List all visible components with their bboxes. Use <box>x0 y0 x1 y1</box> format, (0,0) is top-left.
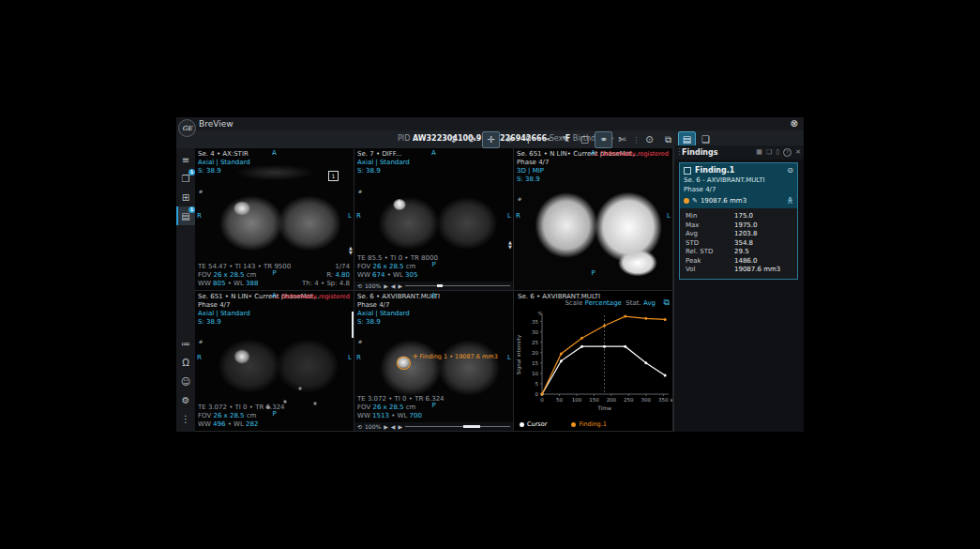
stack-scroll-arrows[interactable]: ▲▼ <box>507 240 513 250</box>
svg-text:250: 250 <box>624 397 634 403</box>
step-forward-icon[interactable]: ▶ <box>398 423 402 430</box>
phase-slider[interactable] <box>405 285 510 286</box>
scale-dropdown[interactable]: Percentage <box>585 299 622 307</box>
sidebar-item-more[interactable]: ⋮ <box>176 409 195 428</box>
phase-playback-bar[interactable]: ⟲100% ▶ ◀ ▶ <box>354 422 513 431</box>
reset-zoom-icon[interactable]: ⟲ <box>357 282 362 289</box>
zoom-level: 100% <box>365 282 381 289</box>
account-icon: ☺ <box>181 376 190 387</box>
finding-checkbox[interactable] <box>684 167 691 175</box>
findings-title: Findings <box>682 148 718 157</box>
legend-item: Cursor <box>520 420 547 428</box>
pan-tool-icon[interactable]: ✛ <box>482 131 500 148</box>
findings-panel: ⋮ Findings ▦❏▯?✕ Finding.1 ⊙ Se. 6 - AXV… <box>673 145 804 432</box>
stat-dropdown[interactable]: Avg <box>643 299 656 307</box>
svg-text:5: 5 <box>535 381 539 387</box>
sidebar-item-account[interactable]: ☺ <box>176 372 195 390</box>
svg-text:150: 150 <box>589 397 599 403</box>
step-forward-icon[interactable]: ▶ <box>398 282 402 289</box>
viewport-6-graph[interactable]: Se. 6 • AXVIBRANT.MULTI Scale Percentage… <box>514 291 673 432</box>
svg-text:Signal intensity: Signal intensity <box>516 334 522 374</box>
stat-label: Stat. <box>626 299 641 307</box>
stack-scroll-arrows[interactable]: ▲▼ <box>348 246 354 255</box>
sidebar-item-worklist[interactable]: ≔ <box>176 334 195 353</box>
delete-icon[interactable]: ▯ <box>776 148 779 157</box>
link-tool-icon[interactable]: ⚭ <box>595 131 612 148</box>
scale-label: Scale <box>565 299 582 307</box>
graph-export-icon[interactable]: ⧉ <box>664 297 670 308</box>
findings-header: ⋮ Findings ▦❏▯?✕ <box>674 145 804 160</box>
measure-tool-icon[interactable]: ✂ <box>538 131 556 148</box>
step-back-icon[interactable]: ◀ <box>391 282 396 289</box>
orientation-r: R <box>356 354 361 362</box>
svg-text:200: 200 <box>607 397 617 403</box>
series-grid-icon: ⊞ <box>182 192 189 203</box>
sidebar-item-notifications[interactable]: Ω <box>176 353 195 372</box>
sidebar-item-settings[interactable]: ⚙ <box>176 390 195 409</box>
orientation-a: A <box>514 149 672 158</box>
orientation-r: R <box>197 212 202 221</box>
sidebar-item-layout-list[interactable]: ≡ <box>176 150 195 169</box>
scrollbar[interactable] <box>352 312 354 338</box>
svg-text:25: 25 <box>532 340 538 345</box>
viewport-grid: Se. 4 • AX:STIRAxial | StandardS: 38.9 ⚭… <box>195 148 673 432</box>
layout-icon[interactable]: ▦ <box>756 148 762 157</box>
finding-name: Finding.1 <box>695 166 783 175</box>
play-icon[interactable]: ▶ <box>384 282 388 289</box>
viewport-5[interactable]: Se. 6 • AXVIBRANT.MULTIPhase 4/7Axial | … <box>354 291 514 432</box>
orientation-a: A <box>195 292 354 300</box>
breview-app-window: BreView ⊗ GE PID AW322304100.913.1226942… <box>176 117 804 432</box>
svg-text:Time: Time <box>596 404 611 411</box>
finding-annotation[interactable]: ✛ Finding 1 • 19087.6 mm3 <box>413 353 498 360</box>
svg-text:10: 10 <box>532 371 538 376</box>
close-icon[interactable]: ✕ <box>795 148 801 157</box>
sidebar-item-report[interactable]: ▤1 <box>176 206 195 225</box>
window-level-tool-icon[interactable]: ☀ <box>501 131 519 148</box>
edit-pencil-icon[interactable]: ✎ <box>692 197 698 205</box>
viewport-3[interactable]: Se. 651 • N LIN• Current phaseMot...Phas… <box>514 148 673 291</box>
phase-playback-bar[interactable]: ⟲100% ▶ ◀ ▶ <box>354 282 513 290</box>
stat-row: Avg1203.8 <box>686 230 792 239</box>
viewport-4[interactable]: Se. 651 • N LIN• Current phaseMot...Phas… <box>195 291 354 432</box>
copy-icon[interactable]: ❏ <box>766 148 772 157</box>
viewport-2[interactable]: Se. 7 • DIFF...Axial | StandardS: 38.9 ⚭… <box>354 148 514 291</box>
legend-item: Finding.1 <box>571 420 607 428</box>
svg-text:350: 350 <box>658 397 669 403</box>
roi-tool-icon[interactable]: ▢ <box>576 131 594 148</box>
phase-slider[interactable] <box>405 426 510 427</box>
snapshot-tool-icon[interactable]: ⊙ <box>641 131 658 148</box>
cut-tool-icon[interactable]: ✄ <box>613 131 631 148</box>
svg-text:50: 50 <box>556 397 563 403</box>
eye-icon[interactable]: ⊙ <box>787 166 793 175</box>
graph-header: Se. 6 • AXVIBRANT.MULTI Scale Percentage… <box>514 291 672 310</box>
finding-volume: 19087.6 mm3 <box>701 197 746 205</box>
step-back-icon[interactable]: ◀ <box>391 423 396 430</box>
patient-list-icon: ❐ <box>182 174 190 184</box>
help-icon[interactable]: ? <box>783 148 792 157</box>
kinetics-chart: 05101520253035050100150200250300350%sTim… <box>514 310 673 415</box>
finding-card[interactable]: Finding.1 ⊙ Se. 6 - AXVIBRANT.MULTI Phas… <box>679 162 798 280</box>
window-close-icon[interactable]: ⊗ <box>791 118 798 129</box>
crosshair: + <box>396 197 403 206</box>
orientation-tool-icon[interactable]: ⟳ <box>463 131 481 148</box>
finding-phase: Phase 4/7 <box>684 186 793 193</box>
svg-text:0: 0 <box>540 397 544 403</box>
svg-text:%: % <box>537 311 542 316</box>
annotate-tool-icon[interactable]: ✎ <box>557 131 575 148</box>
finding-contour[interactable] <box>397 357 411 370</box>
stat-row: Max1975.0 <box>686 221 792 231</box>
zoom-tool-icon[interactable]: ⚲ <box>520 131 537 148</box>
stat-row: STD354.8 <box>686 239 792 249</box>
sidebar-bottom-group: ≔Ω☺⚙⋮ <box>176 334 195 428</box>
reset-zoom-icon[interactable]: ⟲ <box>357 423 362 430</box>
annotation-marker[interactable]: 1 <box>328 171 339 181</box>
viewport-1[interactable]: Se. 4 • AX:STIRAxial | StandardS: 38.9 ⚭… <box>195 148 354 291</box>
sidebar-item-series-grid[interactable]: ⊞ <box>176 188 195 206</box>
collapse-chevron-icon[interactable]: ≪ <box>785 196 793 204</box>
ge-logo: GE <box>178 119 196 137</box>
scroll-tool-icon[interactable]: ↕ <box>445 131 462 148</box>
play-icon[interactable]: ▶ <box>384 423 388 430</box>
orientation-l: L <box>348 212 352 221</box>
sidebar-item-patient-list[interactable]: ❐1 <box>176 169 195 188</box>
pid-label: PID <box>398 134 410 143</box>
